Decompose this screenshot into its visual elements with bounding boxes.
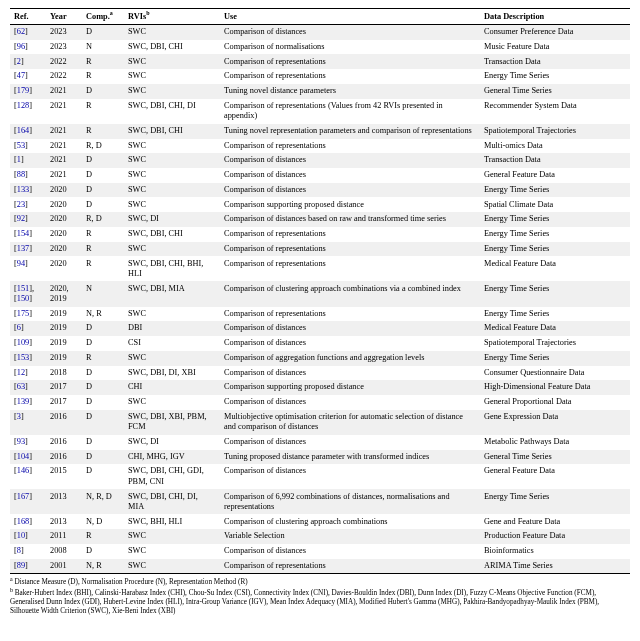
cell-ref: [53] (10, 139, 46, 154)
cell-ref: [167] (10, 489, 46, 514)
cell-use: Multiobjective optimisation criterion fo… (220, 410, 480, 435)
citation-link[interactable]: 53 (17, 141, 25, 150)
cell-data: Energy Time Series (480, 212, 630, 227)
cell-year: 2016 (46, 410, 82, 435)
citation-link[interactable]: 89 (17, 561, 25, 570)
citation-link[interactable]: 23 (17, 200, 25, 209)
cell-data: Gene and Feature Data (480, 514, 630, 529)
cell-year: 2023 (46, 40, 82, 55)
citation-link[interactable]: 63 (17, 382, 25, 391)
citation-link[interactable]: 2 (17, 57, 21, 66)
cell-year: 2015 (46, 464, 82, 489)
table-row: [2]2022RSWCComparison of representations… (10, 54, 630, 69)
cell-use: Comparison of aggregation functions and … (220, 351, 480, 366)
citation-link[interactable]: 1 (17, 155, 21, 164)
cell-ref: [175] (10, 307, 46, 322)
cell-comp: R, D (82, 212, 124, 227)
cell-year: 2018 (46, 366, 82, 381)
table-row: [146]2015DSWC, DBI, CHI, GDI, PBM, CNICo… (10, 464, 630, 489)
cell-rvis: SWC (124, 54, 220, 69)
citation-link[interactable]: 128 (17, 101, 29, 110)
citation-link[interactable]: 164 (17, 126, 29, 135)
cell-year: 2001 (46, 559, 82, 574)
citation-link[interactable]: 10 (17, 531, 25, 540)
cell-comp: D (82, 450, 124, 465)
citation-link[interactable]: 88 (17, 170, 25, 179)
cell-comp: D (82, 435, 124, 450)
cell-data: ARIMA Time Series (480, 559, 630, 574)
table-row: [154]2020RSWC, DBI, CHIComparison of rep… (10, 227, 630, 242)
cell-ref: [146] (10, 464, 46, 489)
cell-data: General Time Series (480, 450, 630, 465)
cell-rvis: SWC (124, 183, 220, 198)
table-row: [62]2023DSWCComparison of distancesConsu… (10, 25, 630, 40)
citation-link[interactable]: 104 (17, 452, 29, 461)
cell-comp: D (82, 183, 124, 198)
citation-link[interactable]: 133 (17, 185, 29, 194)
citation-link[interactable]: 47 (17, 71, 25, 80)
cell-data: General Feature Data (480, 464, 630, 489)
cell-comp: D (82, 380, 124, 395)
cell-rvis: SWC (124, 395, 220, 410)
cell-year: 2019 (46, 336, 82, 351)
citation-link[interactable]: 94 (17, 259, 25, 268)
cell-use: Comparison of representations (220, 256, 480, 281)
cell-data: Energy Time Series (480, 351, 630, 366)
cell-data: Gene Expression Data (480, 410, 630, 435)
citation-link[interactable]: 8 (17, 546, 21, 555)
citation-link[interactable]: 92 (17, 214, 25, 223)
cell-ref: [96] (10, 40, 46, 55)
citation-link[interactable]: 167 (17, 492, 29, 501)
cell-rvis: CHI (124, 380, 220, 395)
table-row: [133]2020DSWCComparison of distancesEner… (10, 183, 630, 198)
cell-ref: [151], [150] (10, 281, 46, 306)
citation-link[interactable]: 151 (17, 284, 29, 293)
cell-rvis: SWC, DI (124, 212, 220, 227)
cell-comp: N, R (82, 559, 124, 574)
citation-link[interactable]: 109 (17, 338, 29, 347)
cell-year: 2019 (46, 307, 82, 322)
col-header-ref: Ref. (10, 9, 46, 25)
citation-link[interactable]: 62 (17, 27, 25, 36)
cell-year: 2021 (46, 153, 82, 168)
table-row: [175]2019N, RSWCComparison of representa… (10, 307, 630, 322)
cell-comp: R (82, 242, 124, 257)
cell-comp: R (82, 351, 124, 366)
cell-ref: [6] (10, 321, 46, 336)
citation-link[interactable]: 150 (17, 294, 29, 303)
citation-link[interactable]: 6 (17, 323, 21, 332)
citation-link[interactable]: 12 (17, 368, 25, 377)
citation-link[interactable]: 93 (17, 437, 25, 446)
table-row: [63]2017DCHIComparison supporting propos… (10, 380, 630, 395)
cell-comp: D (82, 197, 124, 212)
cell-use: Comparison supporting proposed distance (220, 380, 480, 395)
cell-use: Comparison of representations (220, 307, 480, 322)
cell-rvis: SWC (124, 529, 220, 544)
cell-data: Spatiotemporal Trajectories (480, 336, 630, 351)
citation-link[interactable]: 3 (17, 412, 21, 421)
cell-ref: [109] (10, 336, 46, 351)
citation-link[interactable]: 175 (17, 309, 29, 318)
citation-link[interactable]: 146 (17, 466, 29, 475)
cell-data: General Feature Data (480, 168, 630, 183)
cell-ref: [154] (10, 227, 46, 242)
cell-year: 2021 (46, 84, 82, 99)
citation-link[interactable]: 139 (17, 397, 29, 406)
cell-ref: [92] (10, 212, 46, 227)
citation-link[interactable]: 96 (17, 42, 25, 51)
citation-link[interactable]: 168 (17, 517, 29, 526)
cell-rvis: SWC, DI (124, 435, 220, 450)
citation-link[interactable]: 137 (17, 244, 29, 253)
cell-rvis: SWC, DBI, CHI, GDI, PBM, CNI (124, 464, 220, 489)
citation-link[interactable]: 153 (17, 353, 29, 362)
citation-link[interactable]: 179 (17, 86, 29, 95)
cell-year: 2021 (46, 168, 82, 183)
cell-data: Energy Time Series (480, 227, 630, 242)
citation-link[interactable]: 154 (17, 229, 29, 238)
cell-data: General Time Series (480, 84, 630, 99)
cell-ref: [94] (10, 256, 46, 281)
col-header-comp: Comp.a (82, 9, 124, 25)
cell-ref: [63] (10, 380, 46, 395)
cell-use: Comparison of distances (220, 153, 480, 168)
cell-year: 2016 (46, 450, 82, 465)
